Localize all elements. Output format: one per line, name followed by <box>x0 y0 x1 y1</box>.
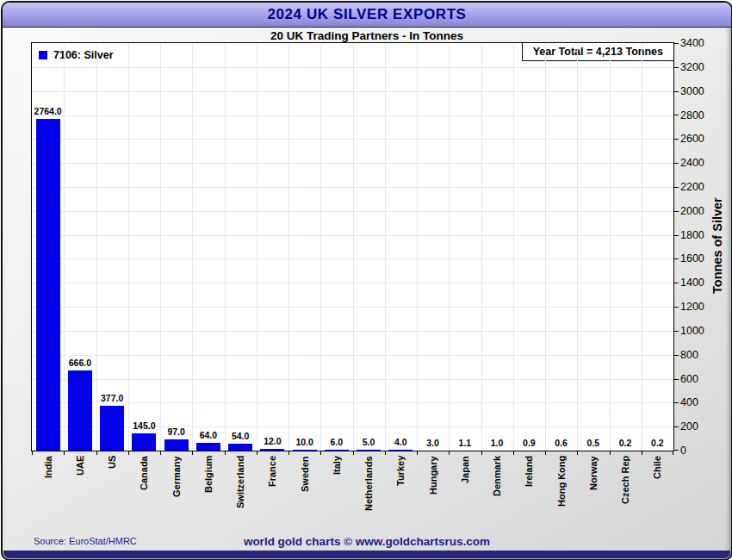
x-axis-tick <box>225 451 226 455</box>
y-axis-tick <box>673 91 679 92</box>
x-axis-label: Sweden <box>298 456 312 535</box>
x-axis-tick <box>320 451 321 455</box>
y-axis-tick <box>673 307 679 308</box>
bar <box>68 370 92 451</box>
y-axis-tick <box>673 331 679 332</box>
y-axis-tick <box>673 379 679 380</box>
v-gridline <box>417 43 418 451</box>
x-axis-tick <box>353 451 354 455</box>
bar <box>164 439 189 451</box>
bar-value-label: 377.0 <box>86 393 138 403</box>
chart-subtitle: 20 UK Trading Partners - In Tonnes <box>3 28 731 43</box>
y-axis-tick <box>673 43 679 44</box>
legend: 7106: Silver <box>39 49 114 61</box>
x-axis-tick <box>577 451 578 455</box>
x-axis-tick <box>417 451 418 455</box>
bottom-accent-strip <box>3 551 730 558</box>
v-gridline <box>192 43 193 451</box>
x-axis-label: Belgium <box>202 456 215 535</box>
bar <box>293 450 317 451</box>
x-axis-label: Hong Kong <box>555 456 568 535</box>
x-axis-label: India <box>41 456 55 535</box>
x-axis-tick <box>610 451 611 455</box>
v-gridline <box>257 43 257 451</box>
x-axis-tick <box>32 451 33 455</box>
y-axis-tick <box>673 139 679 140</box>
chart-card: 2024 UK SILVER EXPORTS 20 UK Trading Par… <box>1 1 732 560</box>
x-axis-tick <box>545 451 546 455</box>
bar <box>388 450 413 451</box>
x-axis-label: Canada <box>137 456 151 535</box>
footer-credit: world gold charts © www.goldchartsrus.co… <box>3 535 731 548</box>
x-axis-label: Netherlands <box>362 456 375 535</box>
bar <box>196 443 220 451</box>
x-axis-label: Japan <box>458 456 472 535</box>
y-axis-tick <box>673 235 679 236</box>
bar <box>325 450 349 451</box>
y-axis-tick <box>673 258 679 259</box>
x-axis-tick <box>160 451 161 455</box>
y-axis-tick <box>673 355 679 356</box>
v-gridline <box>513 43 514 451</box>
bar-value-label: 2764.0 <box>22 106 74 116</box>
y-axis-tick <box>673 187 679 188</box>
y-axis-title: Tonnes of Silver <box>710 42 728 450</box>
x-axis-label: Hungary <box>426 456 440 535</box>
x-axis-tick <box>513 451 514 455</box>
chart-title: 2024 UK SILVER EXPORTS <box>267 6 466 23</box>
v-gridline <box>225 43 226 451</box>
x-axis-tick <box>128 451 129 455</box>
x-axis-label: France <box>265 456 279 535</box>
y-axis-tick <box>673 402 679 403</box>
v-gridline <box>577 43 578 451</box>
bar-value-label: 0.2 <box>631 438 683 448</box>
y-axis-tick <box>673 211 679 212</box>
x-axis-label: Denmark <box>490 456 504 535</box>
x-axis-tick <box>96 451 97 455</box>
v-gridline <box>642 43 642 451</box>
v-gridline <box>288 43 289 451</box>
v-gridline <box>610 43 611 451</box>
x-axis-tick <box>192 451 193 455</box>
x-axis-label: Norway <box>586 456 600 535</box>
v-gridline <box>545 43 546 451</box>
v-gridline <box>353 43 354 451</box>
x-axis-label: Turkey <box>394 456 407 535</box>
y-axis-tick <box>673 67 679 68</box>
x-axis-tick <box>385 451 386 455</box>
x-axis-tick <box>64 451 65 455</box>
legend-swatch-icon <box>39 51 47 59</box>
v-gridline <box>385 43 386 451</box>
x-axis-label: US <box>105 456 119 535</box>
x-axis-label: Ireland <box>522 456 536 535</box>
x-axis-tick <box>288 451 289 455</box>
v-gridline <box>449 43 450 451</box>
y-axis-tick <box>673 426 679 427</box>
x-axis-label: Czech Rep <box>618 456 632 535</box>
bar <box>357 450 381 451</box>
x-axis-label: Switzerland <box>233 456 247 535</box>
x-axis-tick <box>481 451 482 455</box>
bar <box>260 449 284 451</box>
v-gridline <box>160 43 161 451</box>
bar-value-label: 666.0 <box>54 358 106 368</box>
y-axis-tick <box>673 115 679 115</box>
x-axis-tick <box>449 451 450 455</box>
v-gridline <box>128 43 129 451</box>
x-axis-tick <box>642 451 642 455</box>
x-axis-tick <box>673 451 673 455</box>
x-axis-label: Italy <box>330 456 344 535</box>
legend-label: 7106: Silver <box>53 49 114 61</box>
v-gridline <box>481 43 482 451</box>
bar <box>36 119 60 451</box>
v-gridline <box>320 43 321 451</box>
x-axis-label: Chile <box>650 456 664 535</box>
y-axis-tick <box>673 283 679 283</box>
x-axis-label: UAE <box>73 456 87 535</box>
v-gridline <box>96 43 97 451</box>
x-axis-label: Germany <box>170 456 183 535</box>
plot-area: 7106: Silver Year Total = 4,213 Tonnes 2… <box>31 42 674 451</box>
x-axis-tick <box>257 451 257 455</box>
y-axis-tick <box>673 450 679 451</box>
v-gridline <box>64 43 65 451</box>
